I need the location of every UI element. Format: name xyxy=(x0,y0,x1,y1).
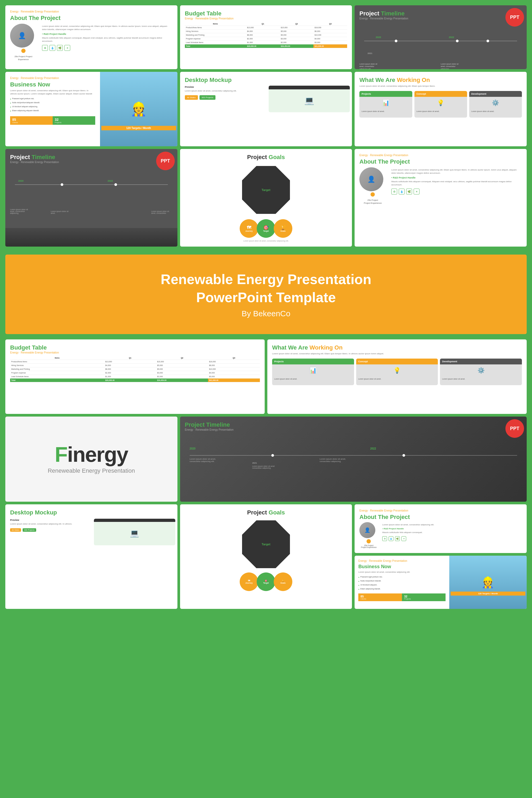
working-title: What We Are Working On xyxy=(359,77,522,83)
tl2-dot-2 xyxy=(114,183,117,186)
water-icon-2[interactable]: 💧 xyxy=(399,189,404,194)
list-item-1: Praesent eget pretium nisi. xyxy=(10,97,95,101)
goals-footer-text: Lorem ipsum dolor sit amet, consectetur … xyxy=(243,240,289,242)
tl3-bold: Project xyxy=(185,421,206,428)
slide-budget-top: Budget Table Energy · Renewable Energy P… xyxy=(180,5,352,69)
sun-icon-2[interactable]: ☀ xyxy=(414,189,419,194)
card2-concept-body: Lorem ipsum dolor sit amet. xyxy=(356,377,438,381)
btn-all-slides[interactable]: All Slides xyxy=(185,95,198,100)
projects-icon: 📊 xyxy=(359,97,412,109)
circle-goals: 🏆 Goals xyxy=(274,219,292,238)
tl3-green: Timeline xyxy=(206,421,230,428)
concept2-icon: 💡 xyxy=(356,364,438,377)
proj-exp-3: 25k ProjectProject Experience xyxy=(359,545,378,548)
icon3-3[interactable]: 🌿 xyxy=(395,536,400,541)
slide-goals-bottom: Project Goals Target 🗺 Journey 🎯 Target xyxy=(180,504,352,609)
icon3-2[interactable]: 💧 xyxy=(388,536,394,541)
mockup2-preview-lbl: Preview xyxy=(10,519,91,521)
icon-row-2: ♻ 💧 🌿 ☀ xyxy=(391,189,522,194)
banner-author: By BekeenCo xyxy=(16,309,516,318)
ppt-badge-2: PPT xyxy=(156,152,175,170)
target-icon: 🎯 xyxy=(263,225,269,230)
tl3-dot2 xyxy=(402,454,405,457)
stats-row: 85 Clients 32 Projects xyxy=(10,116,95,125)
timeline-dot-1 xyxy=(395,40,397,42)
timeline-title: Project Timeline xyxy=(359,10,522,17)
leaf-icon[interactable]: 🌿 xyxy=(57,45,63,51)
project-exp-label: 25k Project Project Experience xyxy=(10,55,37,61)
biz2-body: Lorem ipsum dolor sit amet, consectetur … xyxy=(358,571,445,574)
icon3-4[interactable]: ☀ xyxy=(401,536,406,541)
tl2-dot-1 xyxy=(61,183,63,186)
water-icon[interactable]: 💧 xyxy=(50,45,55,51)
icon3-1[interactable]: ♻ xyxy=(382,536,387,541)
tl3-text1: Lorem ipsum dolor sit amet, consectetur … xyxy=(190,458,222,462)
mockup2-green: Mockup xyxy=(35,509,57,516)
stat-clients: 85 Clients xyxy=(10,116,53,125)
icon-row-3: ♻ 💧 🌿 ☀ xyxy=(382,536,522,541)
solar-panel-overlay xyxy=(5,228,177,247)
working2-green: Working On xyxy=(310,344,343,351)
handle-body: Mauris sollicitudin felis aliquam conseq… xyxy=(42,36,173,43)
table-row: Program expense$2,000$3,000$4,000 xyxy=(10,371,260,375)
dev2-icon: ⚙️ xyxy=(440,364,522,377)
slide-business-top: Energy · Renewable Energy Presentation B… xyxy=(5,72,177,146)
card2-concept-hdr: Concept xyxy=(356,359,438,364)
slide-working-on-top: What We Are Working On Lorem ipsum dolor… xyxy=(355,72,527,146)
target2-icon: 🎯 xyxy=(265,580,267,582)
btn2-projects[interactable]: 300 Projects xyxy=(23,528,36,532)
card2-projects-hdr: Projects xyxy=(272,359,354,364)
slide-goals-top: Project Goals Target 🗺 Journey 🎯 Target xyxy=(180,149,352,247)
col-q1: Q1 xyxy=(246,22,280,26)
person2-icon: 👷 xyxy=(449,556,527,609)
about2-green: Project xyxy=(390,158,410,165)
timeline2-green: Timeline xyxy=(32,154,55,160)
about-icon-row: ♻ 💧 🌿 ☀ xyxy=(42,45,173,51)
budget2-bold: Budget xyxy=(10,344,32,351)
card2-projects-body: Lorem ipsum dolor sit amet. xyxy=(272,377,354,381)
handle3-body: Mauris sollicitudin felis aliquam conseq… xyxy=(382,531,522,534)
card-concept-body: Lorem ipsum dolor sit amet. xyxy=(414,109,467,114)
working2-card-dev: Development ⚙️ Lorem ipsum dolor sit ame… xyxy=(440,359,522,385)
working2-card-concept: Concept 💡 Lorem ipsum dolor sit amet. xyxy=(356,359,438,385)
finergy-logo: Finergy xyxy=(55,444,128,465)
biz2-right-img: 👷 120 Targets / Month xyxy=(449,556,527,609)
sun-icon[interactable]: ☀ xyxy=(64,45,70,51)
tl3-year-2020: 2020 xyxy=(190,447,195,450)
table-row: Marketing and Printing$8,000$9,000$10,00… xyxy=(185,33,347,37)
list-item-2: Nulla nisi/pretium/aliquam blandit. xyxy=(10,101,95,105)
about-title: About The Project xyxy=(10,15,173,22)
circle2-target: 🎯 Target xyxy=(257,572,275,591)
btn-projects[interactable]: 300 Projects xyxy=(200,95,215,100)
list-item-3: Ut tincidunt aliquam adipiscing. xyxy=(10,105,95,109)
about3-green: Project xyxy=(390,514,410,520)
business-left: Energy · Renewable Energy Presentation B… xyxy=(5,72,100,146)
ppt-badge: PPT xyxy=(506,8,524,26)
goals-title: Project Goals xyxy=(185,154,347,161)
tl3-year-2022: 2022 xyxy=(370,447,376,450)
mockup-body: Lorem ipsum dolor sit amet, consectetur … xyxy=(185,89,266,93)
bottom-section: Budget Table Energy · Renewable Energy P… xyxy=(0,337,532,614)
tl2-year-2020: 2020 xyxy=(18,179,24,182)
timeline-text-2: Lorem ipsum dolor sit amet, consectetur … xyxy=(441,63,462,69)
biz2-stat-clients: 85 Clients xyxy=(358,593,402,601)
recycle-icon-2[interactable]: ♻ xyxy=(391,189,397,194)
bottom-row-3: Desktop Mockup Preview Lorem ipsum dolor… xyxy=(5,504,527,609)
btn2-all[interactable]: All Slides xyxy=(10,528,21,532)
about3-body: Lorem ipsum dolor sit amet, consectetur … xyxy=(382,523,522,527)
goals2-center: Target xyxy=(262,543,270,546)
working-bold: What We Are xyxy=(359,77,397,83)
mockup-bold: Desktop xyxy=(185,77,208,83)
working-card-projects: Projects 📊 Lorem ipsum dolor sit amet. xyxy=(359,91,412,118)
top-slides-grid: Energy · Renewable Energy Presentation A… xyxy=(0,0,532,252)
card-projects-header: Projects xyxy=(359,91,412,97)
timeline-subtitle: Energy · Renewable Energy Presentation xyxy=(359,17,522,20)
table-row: Program expense$2,000$3,000$4,000 xyxy=(185,37,347,41)
table-row: Product/Area Items$13,000$15,000$18,000 xyxy=(185,26,347,30)
leaf-icon-2[interactable]: 🌿 xyxy=(406,189,412,194)
table-total-row-2: Total $28,000.00 $34,454.00 $41,000.00 xyxy=(10,379,260,382)
mockup2-body: Lorem ipsum dolor sit amet, consectetur … xyxy=(10,522,91,526)
recycle-icon[interactable]: ♻ xyxy=(42,45,48,51)
table-row: Hiring Services$4,000$5,000$6,000 xyxy=(10,364,260,367)
handle-body-2: Mauris sollicitudin felis aliquam conseq… xyxy=(391,180,522,187)
